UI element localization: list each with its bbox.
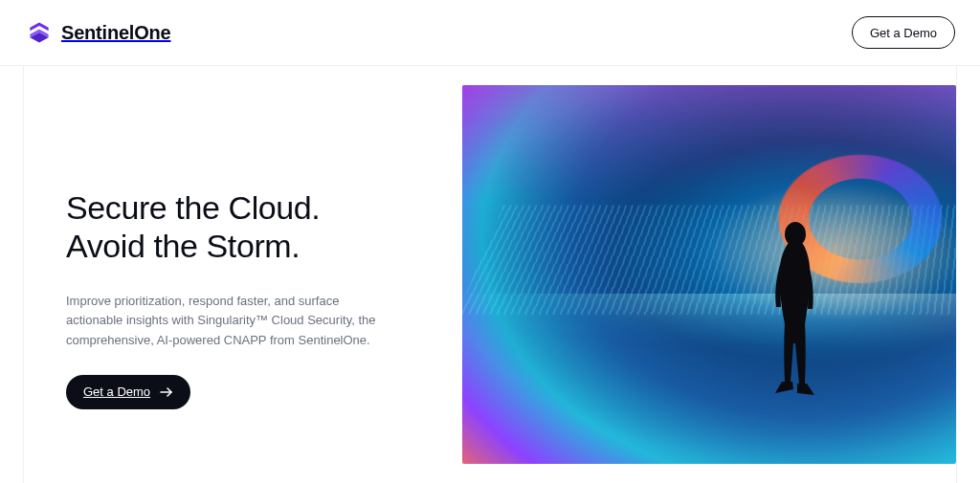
hero-headline-line-1: Secure the Cloud.	[66, 189, 320, 226]
hero-visual	[462, 66, 956, 483]
hero: Secure the Cloud. Avoid the Storm. Impro…	[0, 65, 980, 483]
hero-headline: Secure the Cloud. Avoid the Storm.	[66, 188, 443, 265]
hero-image	[462, 85, 956, 464]
hero-get-demo-button[interactable]: Get a Demo	[66, 375, 190, 409]
hero-image-person-silhouette	[761, 219, 828, 429]
brand-logo-icon	[25, 19, 54, 46]
hero-image-floor-reflection	[462, 294, 956, 464]
brand[interactable]: SentinelOne	[25, 19, 171, 46]
header-get-demo-button[interactable]: Get a Demo	[852, 16, 955, 49]
hero-subhead: Improve prioritization, respond faster, …	[66, 292, 391, 349]
hero-cta-label: Get a Demo	[83, 384, 150, 399]
hero-inner: Secure the Cloud. Avoid the Storm. Impro…	[23, 66, 957, 483]
site-header: SentinelOne Get a Demo	[0, 0, 980, 65]
hero-copy: Secure the Cloud. Avoid the Storm. Impro…	[24, 66, 462, 483]
header-cta-label: Get a Demo	[870, 26, 937, 40]
brand-wordmark: SentinelOne	[61, 22, 171, 44]
arrow-right-icon	[160, 386, 173, 398]
svg-point-0	[785, 222, 806, 247]
hero-headline-line-2: Avoid the Storm.	[66, 228, 300, 264]
